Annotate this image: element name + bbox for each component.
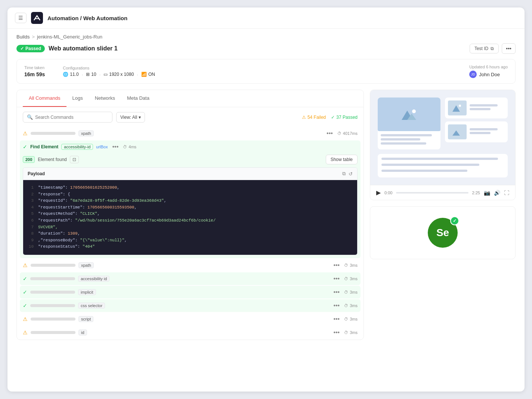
table-row: ⚠ script ••• ⏱ 3ms bbox=[20, 313, 361, 325]
test-id-button[interactable]: Test ID ⧉ bbox=[470, 44, 499, 53]
tab-logs[interactable]: Logs bbox=[66, 90, 89, 107]
cmd-more-button[interactable]: ••• bbox=[332, 302, 341, 309]
grid-icon: ⊞ bbox=[86, 72, 90, 77]
text-line bbox=[381, 138, 420, 140]
cmd-more-button[interactable]: ••• bbox=[332, 316, 341, 322]
title-left: ✓ Passed Web automation slider 1 bbox=[16, 45, 118, 52]
passed-count: 37 Passed bbox=[336, 115, 358, 120]
cmd-label-bar: css selector bbox=[30, 303, 329, 309]
status-badge: ✓ Passed bbox=[16, 45, 45, 52]
tab-all-commands[interactable]: All Commands bbox=[23, 90, 66, 107]
tab-networks[interactable]: Networks bbox=[89, 90, 121, 107]
top-navigation: ☰ Automation / Web Automation bbox=[7, 7, 525, 29]
failed-count: 54 Failed bbox=[307, 115, 326, 120]
video-progress-bar[interactable] bbox=[396, 192, 468, 194]
table-row: ✓ accessibility id ••• ⏱ 3ms bbox=[20, 272, 361, 285]
breadcrumb: Builds > jenkins-ML_Generic_jobs-Run bbox=[16, 34, 516, 40]
title-row: ✓ Passed Web automation slider 1 Test ID… bbox=[7, 43, 525, 59]
selenium-badge: Se ✓ bbox=[428, 218, 458, 248]
text-line bbox=[381, 170, 467, 172]
element-found-bar: 200 Element found ⊡ Show table bbox=[23, 155, 358, 164]
cmd-more-button[interactable]: ••• bbox=[332, 275, 341, 282]
pass-icon: ✓ bbox=[23, 303, 27, 309]
chevron-down-icon: ▾ bbox=[139, 115, 141, 120]
payload-actions: ⧉ ↺ bbox=[342, 171, 353, 177]
text-line bbox=[381, 164, 479, 166]
image-placeholder bbox=[378, 98, 440, 131]
clock-icon: ⏱ bbox=[123, 145, 127, 149]
configurations-group: Configurations 🌐 11.0 · ⊞ 10 · ▭ 1920 x … bbox=[63, 66, 155, 77]
code-line: 9 ,"responseBody": "{\"value\":null}", bbox=[28, 237, 353, 244]
code-line: 8"duration": 1309, bbox=[28, 231, 353, 237]
cmd-placeholder bbox=[31, 331, 75, 334]
video-controls: ▶ 0:00 2:25 📷 🔊 ⛶ bbox=[370, 185, 515, 200]
breadcrumb-area: Builds > jenkins-ML_Generic_jobs-Run bbox=[7, 29, 525, 40]
text-line bbox=[470, 128, 498, 130]
breadcrumb-root[interactable]: Builds bbox=[16, 34, 30, 40]
find-element-more-button[interactable]: ••• bbox=[111, 143, 120, 150]
clock-icon: ⏱ bbox=[344, 303, 348, 308]
search-box: 🔍 bbox=[23, 112, 112, 123]
svg-point-3 bbox=[412, 109, 416, 113]
small-text-lines bbox=[470, 104, 505, 112]
logo-icon bbox=[31, 12, 43, 24]
cmd-time: ⏱ 4017ms bbox=[337, 131, 358, 136]
tab-meta-data[interactable]: Meta Data bbox=[121, 90, 155, 107]
table-row: ⚠ xpath ••• ⏱ 4017ms bbox=[20, 127, 361, 140]
code-line: 4 "requestStartTime": 170566560031559350… bbox=[28, 204, 353, 211]
chrome-version: 🌐 11.0 bbox=[63, 72, 78, 77]
cmd-placeholder bbox=[31, 132, 75, 135]
cmd-more-button[interactable]: ••• bbox=[332, 329, 341, 336]
screenshot-button[interactable]: 📷 bbox=[484, 190, 490, 196]
cmd-more-button[interactable]: ••• bbox=[332, 262, 341, 269]
preview-card-large bbox=[378, 98, 440, 149]
cmd-time: ⏱ 3ms bbox=[344, 276, 358, 281]
text-line bbox=[381, 134, 432, 136]
svg-rect-0 bbox=[31, 12, 43, 24]
left-panel: All Commands Logs Networks Meta Data 🔍 V… bbox=[16, 90, 364, 340]
cmd-time: ⏱ 3ms bbox=[344, 303, 358, 308]
accessibility-id-tag: accessibility-id bbox=[61, 144, 93, 150]
clock-icon: ⏱ bbox=[344, 290, 348, 294]
selenium-check-icon: ✓ bbox=[450, 216, 459, 225]
text-line bbox=[470, 132, 491, 134]
view-filter-button[interactable]: View: All ▾ bbox=[116, 112, 145, 123]
volume-button[interactable]: 🔊 bbox=[494, 190, 500, 196]
cmd-label-bar: id bbox=[31, 330, 329, 335]
video-panel: ▶ 0:00 2:25 📷 🔊 ⛶ bbox=[370, 90, 516, 200]
preview-text-lines bbox=[378, 131, 440, 149]
right-panel: ▶ 0:00 2:25 📷 🔊 ⛶ Se ✓ bbox=[370, 90, 516, 340]
warning-icon: ⚠ bbox=[23, 316, 28, 322]
warning-icon: ⚠ bbox=[23, 130, 28, 136]
hamburger-button[interactable]: ☰ bbox=[15, 13, 27, 23]
payload-header: Payload ⧉ ↺ bbox=[23, 168, 357, 180]
small-text-lines bbox=[470, 128, 505, 136]
title-right: Test ID ⧉ ••• bbox=[470, 43, 516, 54]
warning-icon: ⚠ bbox=[23, 262, 28, 268]
cmd-more-button[interactable]: ••• bbox=[332, 289, 341, 296]
more-options-button[interactable]: ••• bbox=[502, 43, 516, 54]
table-row: ⚠ id ••• ⏱ 3ms bbox=[20, 326, 361, 339]
clock-icon: ⏱ bbox=[344, 317, 348, 321]
wrap-payload-button[interactable]: ↺ bbox=[349, 171, 353, 177]
command-list: ⚠ xpath ••• ⏱ 4017ms ✓ Find Elemen bbox=[17, 127, 364, 339]
status-code-badge: 200 bbox=[23, 156, 35, 163]
failed-stat: ⚠ 54 Failed bbox=[302, 115, 326, 120]
search-input[interactable] bbox=[35, 115, 108, 120]
cmd-tag: implicit bbox=[78, 289, 96, 295]
clock-icon: ⏱ bbox=[337, 131, 341, 136]
image-icon-button[interactable]: ⊡ bbox=[70, 156, 79, 163]
preview-bottom-lines bbox=[378, 154, 508, 177]
cmd-more-button[interactable]: ••• bbox=[325, 130, 334, 137]
text-line bbox=[470, 104, 498, 106]
warning-icon: ⚠ bbox=[302, 115, 306, 120]
play-button[interactable]: ▶ bbox=[376, 189, 381, 196]
fullscreen-button[interactable]: ⛶ bbox=[504, 190, 509, 196]
pass-icon: ✓ bbox=[23, 144, 27, 150]
breadcrumb-current: jenkins-ML_Generic_jobs-Run bbox=[37, 34, 102, 40]
table-row: ✓ css selector ••• ⏱ 3ms bbox=[20, 299, 361, 312]
code-line: 1"timestamp": 1705665601625252000, bbox=[28, 185, 353, 191]
copy-payload-button[interactable]: ⧉ bbox=[342, 171, 346, 177]
code-line: 2 "response": { bbox=[28, 191, 353, 198]
show-table-button[interactable]: Show table bbox=[326, 155, 358, 164]
